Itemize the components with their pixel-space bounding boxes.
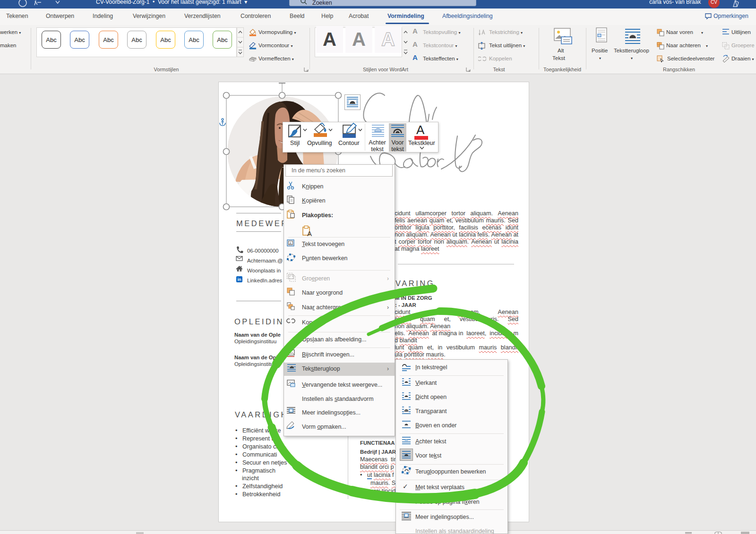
svg-text:A: A (307, 229, 312, 237)
svg-text:A: A (289, 241, 292, 246)
